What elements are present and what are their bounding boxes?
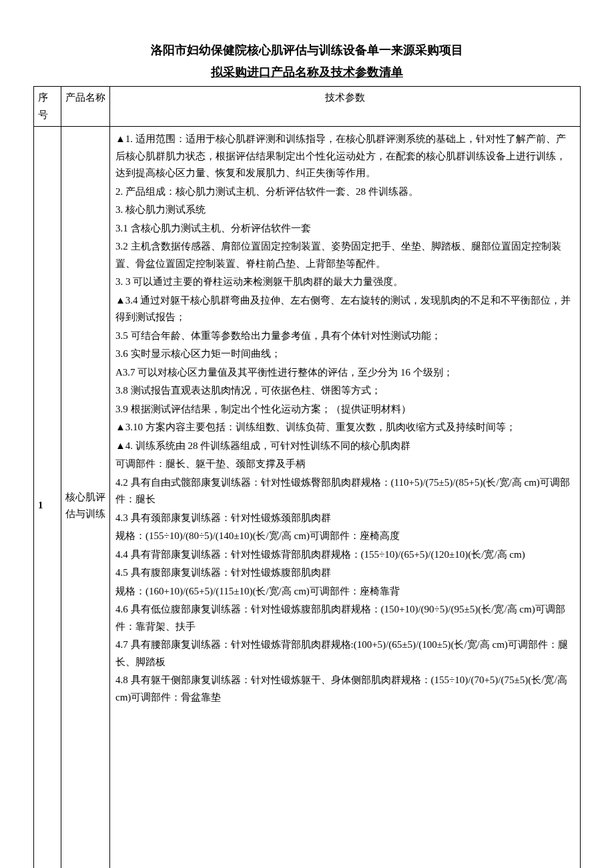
blank-space xyxy=(115,707,575,868)
cell-params: ▲1. 适用范围：适用于核心肌群评测和训练指导，在核心肌群评测系统的基础上，针对… xyxy=(110,127,581,868)
cell-seq: 1 xyxy=(34,127,61,868)
param-line: 4.7 具有腰部康复训练器：针对性锻炼背部肌肉群规格:(100+5)/(65±5… xyxy=(115,636,575,671)
param-line: 4.6 具有低位腹部康复训练器：针对性锻炼腹部肌肉群规格：(150+10)/(9… xyxy=(115,601,575,635)
param-line: 3.5 可结合年龄、体重等参数给出力量参考值，具有个体针对性测试功能； xyxy=(115,328,575,345)
cell-name: 核心肌评估与训练 xyxy=(61,127,110,868)
param-line: 规格：(155÷10)/(80÷5)/(140±10)(长/宽/高 cm)可调部… xyxy=(115,528,575,545)
param-line: ▲1. 适用范围：适用于核心肌群评测和训练指导，在核心肌群评测系统的基础上，针对… xyxy=(115,131,575,182)
param-line: 3.9 根据测试评估结果，制定出个性化运动方案；（提供证明材料） xyxy=(115,401,575,418)
param-line: 规格：(160+10)/(65+5)/(115±10)(长/宽/高 cm)可调部… xyxy=(115,583,575,600)
document-title: 洛阳市妇幼保健院核心肌评估与训练设备单一来源采购项目 xyxy=(33,40,581,61)
param-line: 3.6 实时显示核心区力矩一时间曲线； xyxy=(115,346,575,363)
spec-table: 序号 产品名称 技术参数 1 核心肌评估与训练 ▲1. 适用范围：适用于核心肌群… xyxy=(33,86,581,868)
param-line: 可调部件：腿长、躯干垫、颈部支撑及手柄 xyxy=(115,456,575,473)
param-line: ▲3.10 方案内容主要包括：训练组数、训练负荷、重复次数，肌肉收缩方式及持续时… xyxy=(115,419,575,436)
param-line: 4.8 具有躯干侧部康复训练器：针对性锻炼躯干、身体侧部肌肉群规格：(155÷1… xyxy=(115,672,575,706)
param-line: 3. 核心肌力测试系统 xyxy=(115,201,575,219)
param-line: 4.4 具有背部康复训练器：针对性锻炼背部肌肉群规格：(155÷10)/(65+… xyxy=(115,546,575,564)
param-line: 4.5 具有腹部康复训练器：针对性锻炼腹部肌肉群 xyxy=(115,564,575,582)
param-line: 3.2 主机含数据传感器、肩部位置固定控制装置、姿势固定把手、坐垫、脚踏板、腿部… xyxy=(115,238,575,272)
param-line: 4.2 具有自由式髋部康复训练器：针对性锻炼臀部肌肉群规格：(110+5)/(7… xyxy=(115,474,575,508)
param-line: 3.1 含核心肌力测试主机、分析评估软件一套 xyxy=(115,220,575,238)
param-line: ▲3.4 通过对躯干核心肌群弯曲及拉伸、左右侧弯、左右旋转的测试，发现肌肉的不足… xyxy=(115,292,575,326)
param-line: A3.7 可以对核心区力量值及其平衡性进行整体的评估，至少分为 16 个级别； xyxy=(115,364,575,382)
param-line: 4.3 具有颈部康复训练器：针对性锻炼颈部肌肉群 xyxy=(115,510,575,527)
param-line: ▲4. 训练系统由 28 件训练器组成，可针对性训练不同的核心肌肉群 xyxy=(115,438,575,455)
header-param: 技术参数 xyxy=(110,87,581,127)
param-line: 3.8 测试报告直观表达肌肉情况，可依据色柱、饼图等方式； xyxy=(115,382,575,400)
header-name: 产品名称 xyxy=(61,87,110,127)
document-subtitle: 拟采购进口产品名称及技术参数清单 xyxy=(33,62,581,83)
table-row: 1 核心肌评估与训练 ▲1. 适用范围：适用于核心肌群评测和训练指导，在核心肌群… xyxy=(34,127,581,868)
param-line: 2. 产品组成：核心肌力测试主机、分析评估软件一套、28 件训练器。 xyxy=(115,183,575,201)
header-seq: 序号 xyxy=(34,87,61,127)
param-line: 3. 3 可以通过主要的脊柱运动来检测躯干肌肉群的最大力量强度。 xyxy=(115,274,575,291)
